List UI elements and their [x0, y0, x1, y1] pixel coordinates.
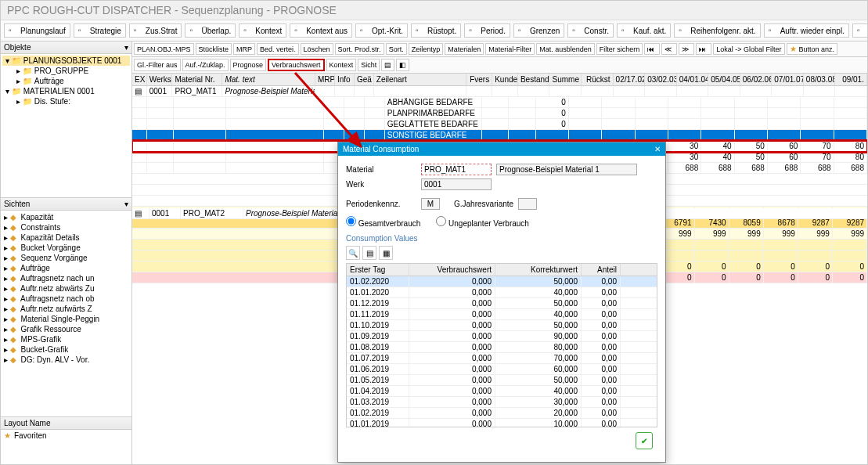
grid-cell[interactable]: [482, 108, 509, 118]
toolbar-kontextaus[interactable]: ▫Kontext aus: [290, 23, 352, 38]
grid-cell[interactable]: SONSTIGE BEDARFE: [385, 130, 483, 140]
grid-cell[interactable]: [636, 108, 668, 118]
cons-cell[interactable]: 20,000: [495, 408, 582, 418]
grid-cell[interactable]: [602, 108, 635, 118]
material-field[interactable]: [421, 164, 492, 175]
cons-cell[interactable]: 01.02.2020: [347, 276, 409, 287]
grid-cell[interactable]: ▤: [132, 208, 149, 218]
grid-cell[interactable]: [772, 86, 804, 96]
sicht-item[interactable]: ▸ ◆ Bucket Vorgänge: [2, 243, 130, 253]
grid-cell[interactable]: [740, 86, 773, 96]
grid-cell[interactable]: 70: [801, 152, 834, 162]
cons-cell[interactable]: 01.09.2019: [347, 331, 409, 341]
grid-cell[interactable]: ABHÄNGIGE BEDARFE: [385, 97, 483, 107]
grid-cell[interactable]: [735, 108, 768, 118]
grid-cell[interactable]: 999: [764, 229, 798, 239]
sub-sortprodstr[interactable]: Sort. Prod.str.: [335, 43, 384, 55]
grid-cell[interactable]: [226, 130, 324, 140]
sichten-list[interactable]: ▸ ◆ Kapazität▸ ◆ Constraints▸ ◆ Kapazitä…: [1, 211, 131, 366]
grid-cell[interactable]: GEGLÄTTETE BEDARFE: [385, 119, 483, 129]
grid-cell[interactable]: [569, 97, 602, 107]
cons-row[interactable]: 01.02.20200,00050,0000,00: [347, 276, 657, 287]
button-anz[interactable]: ★ Button anz.: [787, 43, 838, 55]
cons-cell[interactable]: 0,000: [409, 342, 495, 352]
cons-cell[interactable]: 0,000: [409, 375, 495, 385]
cons-cell[interactable]: 0,00: [582, 276, 621, 287]
sub-stckliste[interactable]: Stückliste: [196, 43, 232, 55]
sicht-item[interactable]: ▸ ◆ Aufträge: [2, 263, 130, 273]
grid-cell[interactable]: [226, 119, 324, 129]
grid-cell[interactable]: [374, 86, 467, 96]
cons-cell[interactable]: 0,000: [409, 298, 495, 308]
grid-cell[interactable]: PRO_MAT1: [172, 86, 222, 96]
grid-cell[interactable]: [335, 86, 355, 96]
grid-cell[interactable]: [466, 86, 492, 96]
grid-cell[interactable]: [132, 141, 147, 151]
col-header[interactable]: 02/17.02: [614, 74, 646, 85]
object-tree[interactable]: ▾ 📁PLANUNGSOBJEKTE 0001▸ 📁PRO_GRUPPE▸ 📁A…: [1, 54, 131, 108]
cons-cell[interactable]: 0,00: [582, 386, 621, 396]
cons-row[interactable]: 01.12.20190,00050,0000,00: [347, 298, 657, 309]
col-header[interactable]: Werks: [147, 74, 173, 85]
sicht-item[interactable]: ▸ ◆ Bucket-Grafik: [2, 344, 130, 355]
cons-cell[interactable]: 10,000: [495, 419, 582, 427]
cons-cell[interactable]: 0,000: [409, 386, 495, 396]
grid-cell[interactable]: 0001: [147, 86, 173, 96]
grid-cell[interactable]: [833, 251, 867, 261]
cons-row[interactable]: 01.06.20190,00060,0000,00: [347, 364, 657, 375]
cons-cell[interactable]: 01.02.2019: [347, 408, 409, 418]
grid-cell[interactable]: [518, 86, 550, 96]
grid-cell[interactable]: [668, 130, 701, 140]
cons-cell[interactable]: 90,000: [495, 331, 582, 341]
cons-cell[interactable]: 0,00: [582, 375, 621, 385]
grid-cell[interactable]: [729, 240, 764, 250]
tree-item[interactable]: ▾ 📁MATERIALIEN 0001: [2, 86, 130, 96]
cons-cell[interactable]: 0,000: [409, 276, 495, 287]
global-filter-button[interactable]: Lokal -> Global Filter: [713, 43, 784, 55]
grid-cell[interactable]: Prognose-Beispiel Material 1: [222, 86, 315, 96]
toolbar-zusstrat[interactable]: ▫Zus.Strat: [129, 23, 182, 38]
cons-cell[interactable]: 50,000: [495, 298, 582, 308]
toolbar-grenzen[interactable]: ▫Grenzen: [513, 23, 564, 38]
consumption-grid[interactable]: Erster TagVerbrauchswertKorrekturwertAnt…: [346, 263, 657, 427]
grid-row[interactable]: PLANPRIMÄRBEDARFE0: [132, 108, 867, 119]
grid-cell[interactable]: 0: [798, 261, 833, 272]
grid-cell[interactable]: [226, 141, 324, 151]
tree-item[interactable]: ▾ 📁PLANUNGSOBJEKTE 0001: [2, 56, 130, 66]
grid-cell[interactable]: [147, 130, 174, 140]
grid-cell[interactable]: [365, 97, 385, 107]
cons-cell[interactable]: 0,00: [582, 397, 621, 407]
grid-cell[interactable]: [735, 119, 768, 129]
col-header[interactable]: Summe: [549, 74, 582, 85]
radio-gesamt[interactable]: Gesamtverbrauch: [346, 216, 420, 228]
grid-cell[interactable]: [834, 119, 867, 129]
grid-cell[interactable]: 40: [701, 141, 734, 151]
col-header[interactable]: MRP: [315, 74, 335, 85]
grid-cell[interactable]: 80: [834, 141, 867, 151]
grid-cell[interactable]: [226, 97, 324, 107]
grid-cell[interactable]: [602, 130, 635, 140]
toolbar-rstopt[interactable]: ▫Rüstopt.: [411, 23, 461, 38]
grid-cell[interactable]: [695, 240, 729, 250]
grid-cell[interactable]: [324, 130, 344, 140]
cons-cell[interactable]: 0,000: [409, 397, 495, 407]
grid-cell[interactable]: [174, 119, 226, 129]
grid-cell[interactable]: [482, 130, 509, 140]
grid-cell[interactable]: [602, 119, 635, 129]
grid-cell[interactable]: 688: [668, 163, 701, 173]
sicht-item[interactable]: ▸ ◆ MPS-Grafik: [2, 334, 130, 344]
grid-cell[interactable]: 80: [834, 152, 867, 162]
grid-cell[interactable]: 0: [833, 261, 867, 272]
cons-row[interactable]: 01.01.20190,00010,0000,00: [347, 419, 657, 427]
grid-cell[interactable]: 688: [834, 163, 867, 173]
grid-cell[interactable]: [132, 97, 147, 107]
cons-row[interactable]: 01.10.20190,00050,0000,00: [347, 320, 657, 331]
cons-cell[interactable]: 0,00: [582, 353, 621, 363]
grid-cell[interactable]: [645, 86, 677, 96]
grid-cell[interactable]: [834, 97, 867, 107]
cons-cell[interactable]: 0,00: [582, 320, 621, 330]
grid-cell[interactable]: [801, 108, 834, 118]
grid-cell[interactable]: [668, 119, 701, 129]
grid-cell[interactable]: 60: [768, 152, 801, 162]
grid-cell[interactable]: 0: [695, 261, 729, 272]
